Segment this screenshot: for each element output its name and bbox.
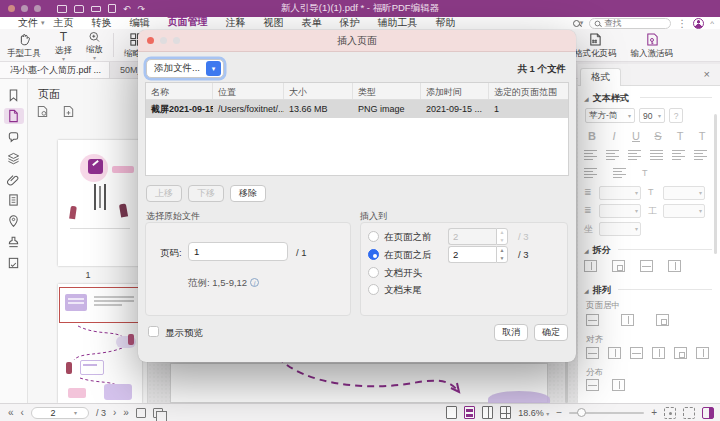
search-input[interactable] (604, 18, 659, 28)
menu-edit[interactable]: 编辑 (121, 16, 159, 30)
toggle-right-panel-icon[interactable] (702, 407, 714, 419)
radio-document-end[interactable] (368, 284, 379, 295)
center-horizontal-icon[interactable] (621, 314, 634, 326)
undo-icon[interactable]: ↶ (123, 5, 131, 13)
zoom-in-icon[interactable]: + (651, 407, 657, 418)
doc-tab-active[interactable]: 冯小惠-个人简历.pdf ... (0, 62, 110, 78)
radio-document-start-label[interactable]: 文档开头 (384, 267, 422, 280)
align-left-icon[interactable] (584, 150, 597, 160)
attachments-icon[interactable] (4, 171, 24, 187)
collapse-ribbon-icon[interactable]: ^ (710, 19, 714, 28)
page-number-input[interactable] (32, 408, 74, 418)
after-page-spinner[interactable]: ▲▼ (448, 246, 508, 263)
page-number-box[interactable]: ▾ (31, 407, 89, 419)
page-thumbnail-2[interactable] (58, 284, 142, 403)
menu-help[interactable]: 帮助 (427, 16, 465, 30)
document-icon[interactable] (4, 192, 24, 208)
align-right-icon[interactable] (628, 150, 641, 160)
move-down-button[interactable]: 下移 (188, 185, 224, 202)
format-tab[interactable]: 格式 (580, 68, 621, 86)
italic-button[interactable]: I (605, 130, 623, 142)
print-icon[interactable] (91, 6, 101, 12)
menu-home[interactable]: 主页 (45, 16, 83, 30)
more-options-icon[interactable]: ⋮ (677, 18, 687, 29)
open-file-icon[interactable] (57, 5, 67, 13)
menu-view[interactable]: 视图 (255, 16, 293, 30)
zoom-slider[interactable] (569, 412, 644, 414)
align-top-icon[interactable] (586, 347, 599, 359)
menu-accessibility[interactable]: 辅助工具 (369, 16, 427, 30)
show-preview-checkbox[interactable] (148, 326, 159, 337)
remove-button[interactable]: 移除 (230, 185, 266, 202)
arrange-section-header[interactable]: ◢ 排列 (584, 284, 611, 297)
col-name[interactable]: 名称 (146, 83, 213, 99)
chevron-down-icon[interactable]: ▾ (74, 409, 77, 416)
zoom-out-icon[interactable]: − (556, 407, 562, 418)
split-columns-icon[interactable] (668, 260, 681, 272)
radio-after-page-label[interactable]: 在页面之后 (384, 249, 432, 262)
add-files-button[interactable]: 添加文件... ▾ (146, 59, 224, 78)
quad-view-icon[interactable] (500, 406, 511, 419)
ok-button[interactable]: 确定 (534, 324, 568, 341)
baseline-offset-input[interactable]: ▾ (599, 222, 641, 236)
close-window-button[interactable] (8, 5, 15, 12)
split-text-icon[interactable] (612, 260, 625, 272)
move-up-button[interactable]: 上移 (146, 185, 182, 202)
continuous-view-icon[interactable] (464, 406, 475, 419)
last-page-icon[interactable]: » (123, 407, 129, 418)
cancel-button[interactable]: 取消 (494, 324, 528, 341)
activation-code-button[interactable]: 输入激活码 (624, 29, 681, 62)
menu-protect[interactable]: 保护 (331, 16, 369, 30)
fit-page-icon[interactable] (664, 407, 676, 419)
redo-icon[interactable]: ↷ (138, 5, 146, 13)
align-justify-icon[interactable] (650, 150, 663, 160)
form-fields-icon[interactable] (4, 255, 24, 271)
new-document-icon[interactable] (108, 4, 116, 13)
menu-comment[interactable]: 注释 (217, 16, 255, 30)
radio-before-page[interactable] (368, 231, 379, 242)
zoom-tool-button[interactable]: 缩放 ▾ (79, 29, 110, 61)
add-files-dropdown[interactable]: ▾ (206, 61, 221, 76)
text-indent-icon[interactable]: T (642, 168, 655, 178)
minimize-window-button[interactable] (21, 5, 28, 12)
menu-convert[interactable]: 转换 (83, 16, 121, 30)
select-tool-button[interactable]: T 选择 ▾ (48, 29, 79, 61)
canvas-scrollbar[interactable] (565, 359, 568, 403)
text-style-section-header[interactable]: ◢ 文本样式 (584, 92, 629, 105)
align-center-objects-icon[interactable] (674, 347, 687, 359)
indent-decrease-icon[interactable] (672, 150, 685, 160)
radio-after-page[interactable] (368, 249, 379, 260)
signature-icon[interactable] (4, 234, 24, 250)
indent-increase-icon[interactable] (694, 150, 707, 160)
font-help-button[interactable]: ? (669, 108, 683, 123)
save-icon[interactable] (74, 5, 84, 13)
menu-form[interactable]: 表单 (293, 16, 331, 30)
layers-icon[interactable] (4, 150, 24, 166)
comments-icon[interactable] (4, 129, 24, 145)
superscript-button[interactable]: T (671, 130, 689, 142)
distribute-vertical-icon[interactable] (586, 379, 599, 391)
align-bottom-icon[interactable] (630, 347, 643, 359)
radio-document-start[interactable] (368, 267, 379, 278)
previous-view-icon[interactable] (136, 408, 146, 418)
page-range-input[interactable] (188, 242, 288, 261)
info-icon[interactable]: i (250, 278, 259, 287)
page-thumbnail-1[interactable] (58, 140, 142, 266)
radio-document-end-label[interactable]: 文档末尾 (384, 284, 422, 297)
show-preview-label[interactable]: 显示预览 (165, 327, 203, 340)
col-page-range[interactable]: 选定的页面范围 (489, 83, 568, 99)
bookmarks-icon[interactable] (4, 87, 24, 103)
panel-scrollbar[interactable] (714, 114, 717, 254)
single-page-view-icon[interactable] (446, 406, 457, 419)
split-pages-icon[interactable] (640, 260, 653, 272)
align-left-objects-icon[interactable] (652, 347, 665, 359)
stepper-icon[interactable]: ▲▼ (496, 246, 508, 263)
next-page-icon[interactable]: › (113, 407, 116, 418)
search-box[interactable] (589, 18, 671, 29)
center-vertical-icon[interactable] (586, 314, 599, 326)
facing-view-icon[interactable] (482, 406, 493, 419)
next-view-icon[interactable] (153, 408, 163, 418)
page-action-icon[interactable] (36, 105, 49, 118)
page-action-icon[interactable] (62, 105, 75, 118)
horizontal-scale-input[interactable]: ▾ (663, 204, 705, 218)
